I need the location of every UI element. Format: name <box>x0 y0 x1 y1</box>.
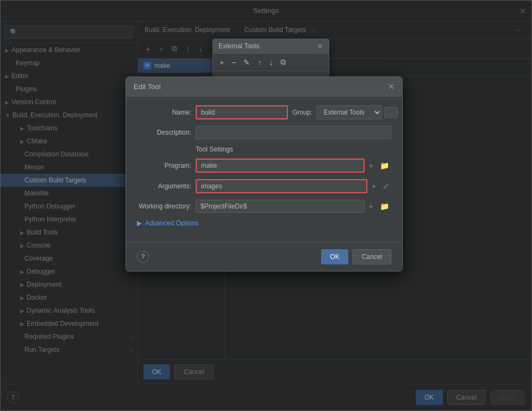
popup-close-button[interactable]: ✕ <box>317 42 323 50</box>
program-add-button[interactable]: + <box>367 160 375 171</box>
dialog-footer: ? OK Cancel <box>126 242 402 271</box>
arguments-expand-button[interactable]: ⤢ <box>380 181 391 192</box>
description-input[interactable] <box>196 126 391 139</box>
popup-title: External Tools <box>218 42 259 50</box>
working-dir-add-button[interactable]: + <box>367 201 375 212</box>
program-folder-button[interactable]: 📁 <box>378 160 391 171</box>
advanced-options-label: Advanced Options <box>145 219 198 227</box>
tool-settings-header: Tool Settings <box>196 146 391 153</box>
working-dir-input-container: + 📁 <box>196 200 391 213</box>
arguments-input-container: + ⤢ <box>196 179 391 193</box>
group-label: Group: <box>292 109 312 116</box>
arguments-row: Arguments: + ⤢ <box>137 179 391 193</box>
dialog-footer-right: OK Cancel <box>321 249 391 264</box>
advanced-options-row[interactable]: ▶ Advanced Options <box>137 219 391 227</box>
popup-copy-button[interactable]: ⧉ <box>277 56 289 68</box>
program-input-container: + 📁 <box>196 159 391 173</box>
dialog-close-button[interactable]: ✕ <box>387 81 395 92</box>
popup-toolbar: + − ✎ ↑ ↓ ⧉ <box>213 54 329 71</box>
description-label: Description: <box>137 129 191 136</box>
program-label: Program: <box>137 162 191 169</box>
arguments-add-button[interactable]: + <box>370 181 378 192</box>
name-group-row: Name: Group: External Tools … <box>137 105 391 119</box>
dialog-ok-button[interactable]: OK <box>321 249 348 264</box>
group-extra-button[interactable]: … <box>384 107 398 118</box>
dialog-titlebar: Edit Tool ✕ <box>126 77 402 97</box>
group-select[interactable]: External Tools <box>317 105 382 119</box>
popup-remove-button[interactable]: − <box>228 56 239 68</box>
name-label: Name: <box>137 109 191 116</box>
dialog-body: Name: Group: External Tools … Descriptio… <box>126 97 402 242</box>
dialog-title: Edit Tool <box>134 83 161 91</box>
edit-tool-dialog: Edit Tool ✕ Name: Group: External Tools … <box>126 77 403 271</box>
popup-edit-button[interactable]: ✎ <box>240 56 253 68</box>
group-select-container: External Tools … <box>317 105 398 119</box>
working-dir-row: Working directory: + 📁 <box>137 200 391 213</box>
arguments-label: Arguments: <box>137 182 191 190</box>
arguments-input[interactable] <box>196 179 367 193</box>
program-row: Program: + 📁 <box>137 159 391 173</box>
popup-up-button[interactable]: ↑ <box>254 56 265 68</box>
advanced-chevron-icon: ▶ <box>137 219 142 227</box>
program-input[interactable] <box>196 159 365 173</box>
working-dir-input[interactable] <box>196 200 365 213</box>
settings-window: Settings ✕ ▶ Appearance & Behavior Keyma… <box>0 0 532 411</box>
dialog-cancel-button[interactable]: Cancel <box>353 249 391 264</box>
working-dir-label: Working directory: <box>137 203 191 210</box>
dialog-help-button[interactable]: ? <box>137 251 149 263</box>
working-dir-folder-button[interactable]: 📁 <box>378 201 391 212</box>
popup-titlebar: External Tools ✕ <box>213 39 329 54</box>
name-input[interactable] <box>196 105 288 119</box>
description-row: Description: <box>137 126 391 139</box>
popup-down-button[interactable]: ↓ <box>266 56 276 68</box>
popup-add-button[interactable]: + <box>216 56 227 68</box>
